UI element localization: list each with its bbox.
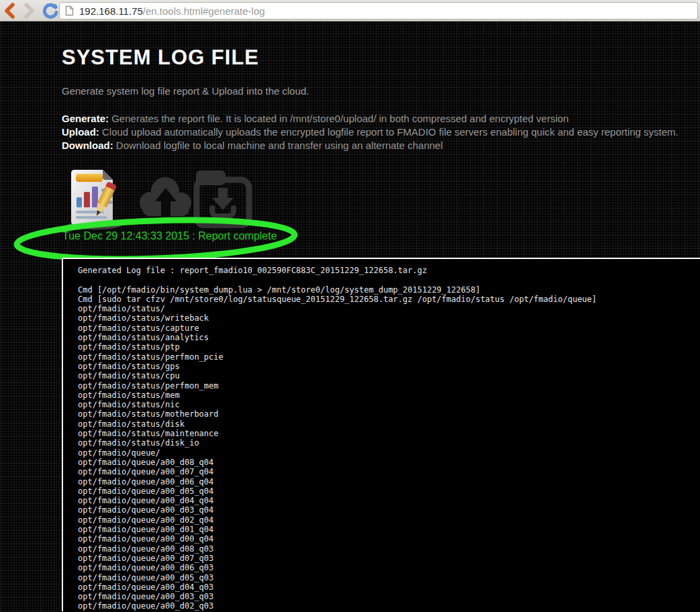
log-text: Generated Log file : report_fmadio10_002… [78, 266, 700, 611]
status-text: Tue Dec 29 12:43:33 2015 : Report comple… [62, 230, 277, 242]
page-icon [65, 5, 74, 16]
description-label: Upload: [62, 126, 99, 138]
page-content: SYSTEM LOG FILE Generate system log file… [0, 21, 700, 611]
download-icon[interactable] [192, 170, 254, 228]
reload-button[interactable] [42, 2, 59, 19]
reload-icon [42, 3, 58, 19]
description-label: Download: [62, 140, 113, 151]
back-icon [3, 3, 17, 19]
description-list: Generate: Generates the report file. It … [62, 112, 679, 152]
description-generate: Generate: Generates the report file. It … [62, 112, 679, 125]
browser-toolbar: 192.168.11.75/en.tools.html#generate-log [0, 0, 700, 21]
page-title: SYSTEM LOG FILE [62, 46, 259, 70]
description-text: Cloud upload automatically uploads the e… [99, 126, 679, 138]
url-path: /en.tools.html#generate-log [143, 5, 265, 17]
description-label: Generate: [62, 113, 109, 124]
description-text: Download logfile to local machine and tr… [113, 140, 443, 151]
back-button[interactable] [1, 2, 19, 19]
generate-report-icon[interactable] [64, 168, 125, 231]
url-host: 192.168.11.75 [79, 5, 143, 17]
description-upload: Upload: Cloud upload automatically uploa… [62, 125, 679, 139]
description-download: Download: Download logfile to local mach… [62, 139, 679, 152]
browser-window: 192.168.11.75/en.tools.html#generate-log… [0, 0, 700, 611]
cloud-upload-icon[interactable] [134, 173, 197, 219]
log-output: Generated Log file : report_fmadio10_002… [62, 258, 700, 611]
page-subtitle: Generate system log file report & Upload… [62, 85, 309, 97]
forward-button[interactable] [20, 2, 38, 19]
description-text: Generates the report file. It is located… [109, 113, 568, 124]
forward-icon [21, 3, 36, 19]
address-bar[interactable]: 192.168.11.75/en.tools.html#generate-log [59, 2, 698, 19]
